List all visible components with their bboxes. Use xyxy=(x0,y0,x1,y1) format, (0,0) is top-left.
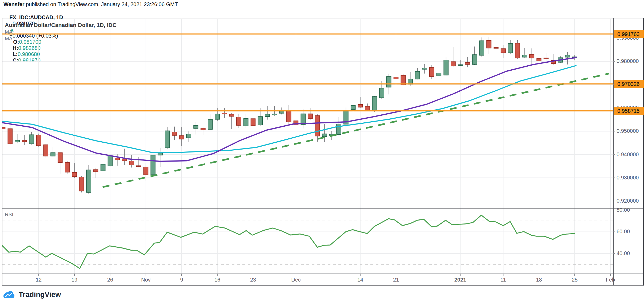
time-axis-label[interactable]: 11 xyxy=(491,277,515,283)
pane-title: Australian Dollar/Canadian Dollar, 1D, I… xyxy=(5,22,117,28)
time-axis-label[interactable]: 21 xyxy=(384,277,408,283)
time-axis-label[interactable]: Dec xyxy=(284,277,308,283)
ma-indicator-label-1[interactable]: MA xyxy=(5,29,13,35)
time-axis-label[interactable]: 18 xyxy=(527,277,551,283)
price-axis-label[interactable]: 0.920000 xyxy=(617,198,639,204)
time-axis-label[interactable]: Nov xyxy=(134,277,158,283)
logo-text: TradingView xyxy=(19,291,61,299)
time-axis-label[interactable]: 25 xyxy=(563,277,587,283)
time-axis-label[interactable]: 16 xyxy=(205,277,229,283)
time-axis-label[interactable]: 12 xyxy=(27,277,51,283)
time-axis-label[interactable]: 26 xyxy=(98,277,122,283)
time-axis-label[interactable]: Feb xyxy=(598,277,622,283)
price-axis-label[interactable]: 0.950000 xyxy=(617,128,639,134)
price-line-label: 0.970326 xyxy=(614,80,644,88)
time-axis-label[interactable]: 14 xyxy=(348,277,372,283)
rsi-axis-label[interactable]: 60.00 xyxy=(617,228,630,235)
time-axis-label[interactable]: 9 xyxy=(170,277,194,283)
cloud-logo-icon xyxy=(3,290,15,299)
price-line-label: 0.991763 xyxy=(614,30,644,38)
time-axis-label[interactable]: 19 xyxy=(62,277,86,283)
time-axis-label[interactable]: 23 xyxy=(241,277,265,283)
rsi-indicator-label[interactable]: RSI xyxy=(5,212,13,218)
rsi-axis-label[interactable]: 80.00 xyxy=(617,207,630,213)
tradingview-logo[interactable]: TradingView xyxy=(3,290,61,300)
price-line-label: 0.958715 xyxy=(614,107,644,115)
rsi-axis-label[interactable]: 40.00 xyxy=(617,250,630,256)
chart-canvas[interactable] xyxy=(0,0,644,301)
ma-indicator-label-2[interactable]: MA xyxy=(5,36,13,42)
price-axis-label[interactable]: 0.930000 xyxy=(617,175,639,181)
time-axis-label[interactable]: 2021 xyxy=(448,277,472,283)
price-axis-label[interactable]: 0.940000 xyxy=(617,151,639,158)
tradingview-snapshot: Wensfer published on TradingView.com, Ja… xyxy=(0,0,644,301)
price-axis-label[interactable]: 0.980000 xyxy=(617,58,639,64)
